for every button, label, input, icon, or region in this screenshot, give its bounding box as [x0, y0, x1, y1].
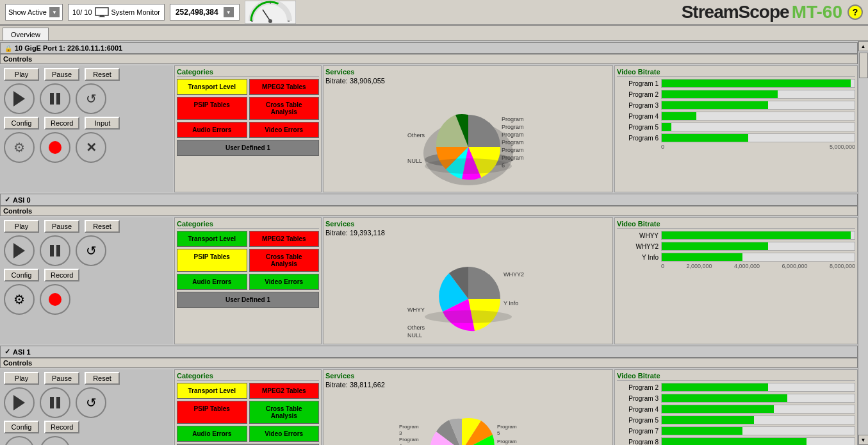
asi0-cat-audio[interactable]: Audio Errors: [177, 274, 247, 290]
dropdown-arrow-icon[interactable]: ▼: [49, 7, 60, 17]
port1-categories-grid: Transport Level MPEG2 Tables PSIP Tables…: [177, 79, 319, 156]
port1-categories-panel: Categories Transport Level MPEG2 Tables …: [174, 65, 322, 192]
asi0-cat-video[interactable]: Video Errors: [249, 274, 320, 290]
asi0-cat-transport[interactable]: Transport Level: [177, 231, 247, 247]
asi0-cat-user[interactable]: User Defined 1: [177, 292, 319, 308]
asi0-pause-circle[interactable]: [40, 235, 70, 266]
asi1-bitrate: Bitrate: 38,811,662: [325, 381, 610, 389]
asi1-btn-row2: Config Record: [1, 419, 172, 435]
reset-icon2: ↺: [86, 243, 97, 258]
asi0-cat-cross[interactable]: Cross Table Analysis: [249, 249, 320, 272]
asi0-cat-psip[interactable]: PSIP Tables: [177, 249, 247, 272]
bitrate-dropdown-arrow[interactable]: ▼: [224, 7, 234, 17]
asi1-cat-transport[interactable]: Transport Level: [177, 383, 247, 399]
asi1-cat-cross[interactable]: Cross Table Analysis: [249, 401, 320, 424]
port1-title: 10 GigE Port 1: 226.10.11.1:6001: [15, 44, 122, 52]
port1-record-circle[interactable]: [40, 132, 70, 163]
port1-config-circle[interactable]: ⚙: [4, 132, 35, 163]
monitor-name: System Monitor: [111, 8, 160, 16]
port1-play-circle[interactable]: [4, 83, 35, 114]
asi1-bar-label-0: Program 2: [617, 384, 659, 391]
record-dot-icon2: [49, 293, 61, 306]
asi1-vbitrate-title: Video Bitrate: [617, 372, 855, 381]
asi1-play-circle[interactable]: [4, 387, 35, 418]
asi1-reset-circle[interactable]: ↺: [76, 387, 106, 418]
asi0-config-circle[interactable]: ⚙: [4, 284, 35, 315]
cat-audio-errors[interactable]: Audio Errors: [177, 122, 247, 138]
cat-transport-level[interactable]: Transport Level: [177, 79, 247, 95]
help-button[interactable]: ?: [848, 4, 863, 20]
asi1-pause-button[interactable]: Pause: [44, 372, 79, 385]
cat-psip-tables[interactable]: PSIP Tables: [177, 97, 247, 120]
asi0-play-circle[interactable]: [4, 235, 35, 266]
asi1-record-button[interactable]: Record: [44, 421, 79, 433]
asi1-bar-row-4: Program 7: [617, 426, 855, 435]
play-tri-icon: [13, 243, 25, 258]
port1-input-button[interactable]: Input: [85, 117, 120, 130]
cat-video-errors[interactable]: Video Errors: [249, 122, 320, 138]
port1-bar-track-2: [661, 101, 855, 110]
monitor-dropdown[interactable]: 10/ 10 System Monitor: [68, 4, 165, 21]
svg-text:Program: Program: [502, 147, 524, 153]
scrollbar-thumb[interactable]: [859, 53, 868, 78]
asi1-controls: Play Pause Reset: [0, 369, 173, 445]
port1-play-button[interactable]: Play: [4, 68, 39, 81]
asi1-cat-mpeg2[interactable]: MPEG2 Tables: [249, 383, 320, 399]
port1-pie-container: Others NULL Program Program Program Prog…: [325, 87, 610, 190]
svg-text:Program: Program: [502, 139, 524, 146]
port1-input-circle[interactable]: ✕: [76, 132, 106, 163]
asi0-pause-button[interactable]: Pause: [44, 220, 79, 233]
asi1-cat-video[interactable]: Video Errors: [249, 426, 320, 442]
asi0-bar-track-1: [661, 242, 855, 251]
asi1-bar-chart: Program 2 Program 3 Program 4 Progr: [617, 383, 855, 445]
monitor-icon: [95, 7, 109, 17]
port1-bar-fill-0: [662, 80, 851, 87]
asi0-record-circle[interactable]: [40, 284, 70, 315]
asi1-cat-psip[interactable]: PSIP Tables: [177, 401, 247, 424]
vertical-scrollbar[interactable]: ▲ ▼: [858, 41, 868, 445]
tab-overview-label: Overview: [11, 31, 40, 38]
cat-mpeg2-tables[interactable]: MPEG2 Tables: [249, 79, 320, 95]
asi1-config-circle[interactable]: ⚙: [4, 436, 35, 445]
asi1-title: ASI 1: [13, 348, 31, 356]
asi1-cat-audio[interactable]: Audio Errors: [177, 426, 247, 442]
port1-pause-circle[interactable]: [40, 83, 70, 114]
asi0-config-button[interactable]: Config: [4, 269, 39, 281]
header: Show Active ▼ 10/ 10 System Monitor 252,…: [0, 0, 868, 26]
asi1-bar-row-5: Program 8: [617, 437, 855, 445]
cat-cross-table[interactable]: Cross Table Analysis: [249, 97, 320, 120]
asi1-record-circle[interactable]: [40, 436, 70, 445]
gear-icon2: ⚙: [13, 292, 25, 307]
scroll-area[interactable]: 🔒 10 GigE Port 1: 226.10.11.1:6001 Contr…: [0, 41, 858, 445]
asi1-config-button[interactable]: Config: [4, 421, 39, 433]
cat-user-defined[interactable]: User Defined 1: [177, 140, 319, 156]
asi0-controls: Play Pause Reset: [0, 217, 173, 344]
port1-record-button[interactable]: Record: [44, 117, 79, 130]
asi0-reset-circle[interactable]: ↺: [76, 235, 106, 266]
asi1-play-button[interactable]: Play: [4, 372, 39, 385]
asi0-reset-button[interactable]: Reset: [85, 220, 120, 233]
show-active-dropdown[interactable]: Show Active ▼: [5, 4, 63, 21]
asi1-bar-label-1: Program 3: [617, 395, 659, 402]
port1-reset-button[interactable]: Reset: [85, 68, 120, 81]
svg-text:Program: Program: [497, 424, 517, 430]
x-icon: ✕: [86, 140, 97, 155]
asi0-cat-mpeg2[interactable]: MPEG2 Tables: [249, 231, 320, 247]
asi0-record-button[interactable]: Record: [44, 269, 79, 281]
port1-config-button[interactable]: Config: [4, 117, 39, 130]
asi1-header: ✓ ASI 1: [0, 346, 858, 358]
port1-reset-circle[interactable]: ↺: [76, 83, 106, 114]
svg-text:Program: Program: [502, 116, 524, 122]
scrollbar-up-button[interactable]: ▲: [858, 41, 869, 51]
asi0-play-button[interactable]: Play: [4, 220, 39, 233]
section-asi1: ✓ ASI 1 Controls Play Pause Reset: [0, 346, 858, 445]
asi1-reset-button[interactable]: Reset: [85, 372, 120, 385]
logo-area: StreamScope MT-60: [682, 2, 842, 22]
port1-bar-row-0: Program 1: [617, 79, 855, 88]
asi0-pie-chart: WHYY WHYY2 Y Info Others NULL: [404, 241, 532, 340]
port1-pause-button[interactable]: Pause: [44, 68, 79, 81]
tab-overview[interactable]: Overview: [3, 28, 49, 40]
asi1-pause-circle[interactable]: [40, 387, 70, 418]
scrollbar-down-button[interactable]: ▼: [858, 435, 869, 445]
logo-text: StreamScope: [682, 2, 789, 22]
